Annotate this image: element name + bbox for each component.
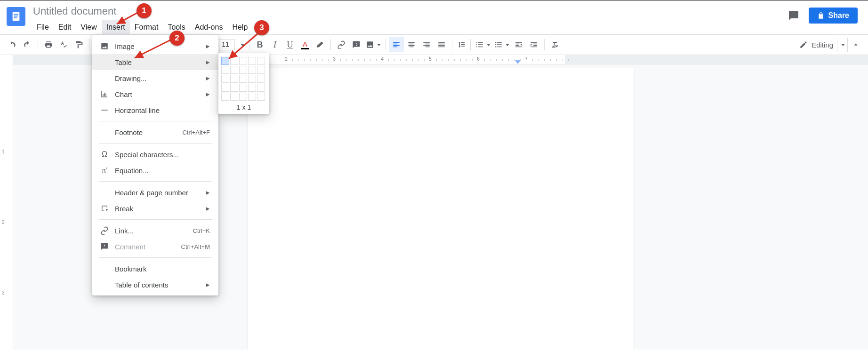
insert-menu-label: Link... [115,227,134,235]
insert-link-button[interactable] [334,37,349,52]
italic-button[interactable]: I [267,37,282,52]
numbered-list-button[interactable] [474,40,492,49]
bold-button[interactable]: B [252,37,267,52]
table-cell[interactable] [221,57,229,65]
collapse-toolbar-button[interactable] [847,38,863,52]
table-cell[interactable] [221,75,229,83]
svg-rect-3 [14,17,16,18]
insert-menu-link[interactable]: Link...Ctrl+K [92,223,218,239]
menu-insert[interactable]: Insert [102,20,130,34]
table-cell[interactable] [239,66,247,74]
line-spacing-button[interactable] [455,40,467,49]
table-cell[interactable] [248,57,256,65]
submenu-arrow-icon: ▸ [206,90,210,98]
redo-button[interactable] [20,37,35,52]
share-button[interactable]: Share [809,8,858,24]
insert-menu-header[interactable]: Header & page number▸ [92,184,218,200]
table-cell[interactable] [239,57,247,65]
svg-rect-1 [14,14,18,15]
align-left-button[interactable] [389,37,404,52]
undo-button[interactable] [5,37,20,52]
chart-icon [99,90,110,98]
insert-menu-toc[interactable]: Table of contents▸ [92,277,218,293]
table-cell[interactable] [248,66,256,74]
menu-format[interactable]: Format [130,20,163,34]
print-button[interactable] [41,37,56,52]
table-cell[interactable] [239,75,247,83]
decrease-indent-button[interactable] [511,37,526,52]
table-cell[interactable] [239,93,247,101]
underline-button[interactable]: U [282,37,297,52]
menu-view[interactable]: View [76,20,101,34]
table-cell[interactable] [257,75,265,83]
table-grid[interactable] [221,57,266,101]
right-indent-marker[interactable] [515,60,521,64]
table-cell[interactable] [230,93,238,101]
increase-indent-button[interactable] [526,37,541,52]
paint-format-button[interactable] [71,37,86,52]
clear-formatting-button[interactable] [547,37,563,52]
table-cell[interactable] [248,93,256,101]
insert-menu-table[interactable]: Table▸ [92,54,218,70]
table-cell[interactable] [221,93,229,101]
svg-point-5 [495,44,496,45]
align-center-button[interactable] [404,37,419,52]
font-size-dropdown[interactable] [238,44,246,46]
pi-icon: π² [99,167,110,174]
insert-menu-footnote[interactable]: FootnoteCtrl+Alt+F [92,124,218,140]
insert-menu-label: Chart [115,90,132,98]
submenu-arrow-icon: ▸ [206,204,210,213]
insert-image-button[interactable] [364,40,383,49]
table-cell[interactable] [257,57,265,65]
align-justify-button[interactable] [434,37,449,52]
hruler-tick: 6 [477,56,480,62]
text-color-button[interactable]: A [297,37,313,52]
insert-menu-break[interactable]: Break▸ [92,200,218,216]
highlight-color-button[interactable] [313,37,328,52]
table-cell[interactable] [230,57,238,65]
table-cell[interactable] [248,75,256,83]
submenu-arrow-icon: ▸ [206,188,210,197]
table-cell[interactable] [230,66,238,74]
table-cell[interactable] [221,84,229,92]
open-comments-button[interactable] [785,7,802,24]
bulleted-list-button[interactable] [492,40,511,49]
table-cell[interactable] [257,93,265,101]
insert-menu-label: Drawing... [115,74,147,82]
table-cell[interactable] [230,75,238,83]
insert-menu-equation[interactable]: π²Equation... [92,162,218,178]
insert-menu-bookmark[interactable]: Bookmark [92,261,218,277]
document-page[interactable] [248,68,634,350]
insert-menu-special[interactable]: ΩSpecial characters... [92,146,218,162]
insert-menu-label: Break [115,205,133,213]
spellcheck-button[interactable] [56,37,71,52]
docs-logo[interactable] [7,7,25,26]
insert-menu-label: Image [115,42,135,50]
table-cell[interactable] [239,84,247,92]
table-cell[interactable] [221,66,229,74]
vruler-tick: 3 [2,290,5,295]
menubar: FileEditViewInsertFormatToolsAdd-onsHelp [32,20,785,34]
align-right-button[interactable] [419,37,434,52]
table-cell[interactable] [230,84,238,92]
font-size-input[interactable]: 11 [216,39,235,50]
insert-menu-image[interactable]: Image▸ [92,38,218,54]
editing-mode-dropdown[interactable] [837,38,847,52]
insert-menu-label: Comment [115,243,145,251]
insert-menu-drawing[interactable]: Drawing...▸ [92,70,218,86]
table-cell[interactable] [248,84,256,92]
vruler-tick: 1 [2,149,5,154]
menu-edit[interactable]: Edit [54,20,76,34]
table-cell[interactable] [257,66,265,74]
menu-file[interactable]: File [32,20,54,34]
menu-add-ons[interactable]: Add-ons [190,20,228,34]
editing-mode-label: Editing [812,41,833,49]
svg-rect-7 [103,94,104,96]
insert-menu-chart[interactable]: Chart▸ [92,86,218,102]
submenu-arrow-icon: ▸ [206,280,210,289]
table-cell[interactable] [257,84,265,92]
insert-menu-hr[interactable]: Horizontal line [92,102,218,118]
menu-help[interactable]: Help [227,20,252,34]
insert-comment-button[interactable] [349,37,364,52]
editing-mode-button[interactable]: Editing [796,40,837,49]
